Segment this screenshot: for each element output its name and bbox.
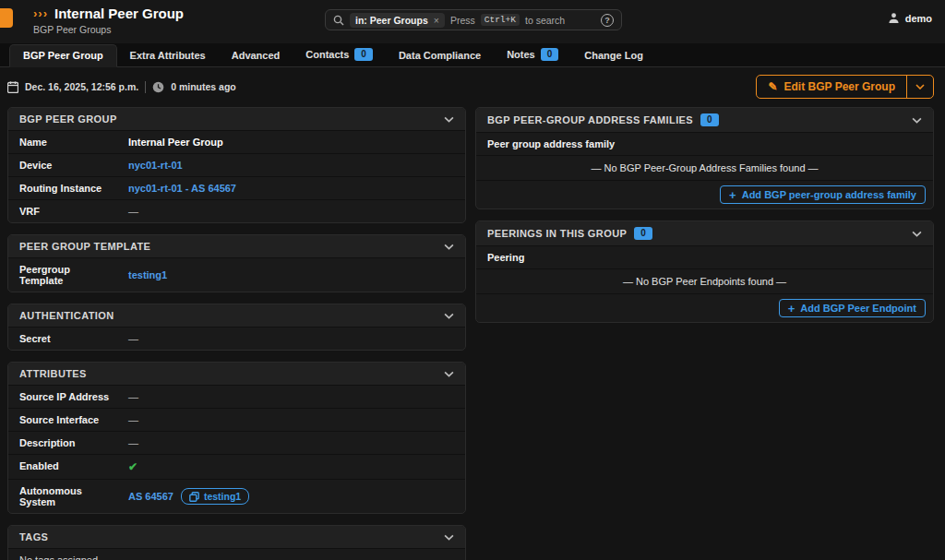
tab-notes[interactable]: Notes0 <box>494 43 571 66</box>
field-row-autonomous-system: Autonomous System AS 64567 testing1 <box>8 479 465 513</box>
empty-state-message: — No BGP Peer Endpoints found — <box>476 268 933 293</box>
as-badge-label: testing1 <box>204 491 241 502</box>
chevron-down-icon <box>915 84 925 89</box>
edit-dropdown-button[interactable] <box>907 76 933 98</box>
add-address-family-button[interactable]: + Add BGP peer-group address family <box>720 185 926 204</box>
add-peer-endpoint-button[interactable]: + Add BGP Peer Endpoint <box>779 299 926 317</box>
peerings-count-badge: 0 <box>634 227 652 240</box>
tab-contacts[interactable]: Contacts0 <box>293 43 386 66</box>
tab-advanced[interactable]: Advanced <box>219 45 293 66</box>
collapse-chevron-icon[interactable] <box>444 534 454 541</box>
left-column: BGP PEER GROUP Name Internal Peer Group … <box>7 107 466 560</box>
autonomous-system-link[interactable]: AS 64567 <box>128 491 173 502</box>
check-icon: ✔ <box>128 460 138 473</box>
tab-bgp-peer-group[interactable]: BGP Peer Group <box>9 44 117 67</box>
panel-bgp-peer-group: BGP PEER GROUP Name Internal Peer Group … <box>7 107 466 223</box>
collapse-chevron-icon[interactable] <box>912 231 922 237</box>
edit-bgp-peer-group-button[interactable]: ✎ Edit BGP Peer Group <box>757 76 907 98</box>
panel-peer-group-template: PEER GROUP TEMPLATE Peergroup Template t… <box>7 234 466 292</box>
panel-header: PEERINGS IN THIS GROUP 0 <box>476 221 933 245</box>
no-tags-message: No tags assigned <box>8 549 109 560</box>
clock-icon <box>152 81 164 93</box>
tags-empty-row: No tags assigned <box>8 548 465 560</box>
peergroup-template-link[interactable]: testing1 <box>128 269 167 280</box>
edit-button-group: ✎ Edit BGP Peer Group <box>756 75 934 99</box>
panel-peerings: PEERINGS IN THIS GROUP 0 Peering — No BG… <box>475 220 934 323</box>
divider <box>145 81 146 93</box>
panel-footer: + Add BGP Peer Endpoint <box>476 293 933 322</box>
search-hint-suffix: to search <box>525 15 565 26</box>
main-content: Dec. 16, 2025, 12:56 p.m. 0 minutes ago … <box>0 67 945 560</box>
field-row-routing-instance: Routing Instance nyc01-rt-01 - AS 64567 <box>8 176 465 199</box>
calendar-icon <box>7 81 18 93</box>
panel-header: TAGS <box>8 526 465 548</box>
page-title: Internal Peer Group <box>54 6 184 21</box>
empty-value: — <box>128 414 138 425</box>
device-link[interactable]: nyc01-rt-01 <box>128 160 183 171</box>
routing-instance-link[interactable]: nyc01-rt-01 - AS 64567 <box>128 183 236 194</box>
right-column: BGP PEER-GROUP ADDRESS FAMILIES 0 Peer g… <box>475 107 934 323</box>
contacts-count-badge: 0 <box>354 48 373 61</box>
address-families-count-badge: 0 <box>700 113 719 126</box>
edit-button-label: Edit BGP Peer Group <box>784 80 895 93</box>
panel-footer: + Add BGP peer-group address family <box>476 180 933 209</box>
tab-data-compliance[interactable]: Data Compliance <box>386 45 494 66</box>
add-address-family-label: Add BGP peer-group address family <box>742 189 916 200</box>
sidebar-toggle-button[interactable] <box>0 8 13 28</box>
collapse-chevron-icon[interactable] <box>444 371 454 377</box>
tab-change-log[interactable]: Change Log <box>571 45 656 66</box>
panel-address-families: BGP PEER-GROUP ADDRESS FAMILIES 0 Peer g… <box>475 107 934 209</box>
user-menu[interactable]: demo <box>888 12 932 24</box>
search-filter-chip-label: in: Peer Groups <box>355 15 428 26</box>
field-row-enabled: Enabled ✔ <box>8 454 465 479</box>
search-input[interactable]: in: Peer Groups × Press Ctrl+K to search… <box>325 9 622 30</box>
as-provider-badge[interactable]: testing1 <box>181 488 249 505</box>
copy-icon <box>189 492 199 502</box>
meta-row: Dec. 16, 2025, 12:56 p.m. 0 minutes ago … <box>7 75 934 99</box>
top-bar: ››› Internal Peer Group BGP Peer Groups … <box>0 0 945 43</box>
empty-value: — <box>128 437 138 448</box>
collapse-chevron-icon[interactable] <box>444 313 454 319</box>
panel-header: BGP PEER-GROUP ADDRESS FAMILIES 0 <box>476 108 933 132</box>
table-column-header: Peering <box>476 245 933 268</box>
username: demo <box>905 13 932 24</box>
panel-authentication: AUTHENTICATION Secret — <box>7 304 466 351</box>
search-filter-chip[interactable]: in: Peer Groups × <box>350 13 445 28</box>
search-hint-press: Press <box>450 15 475 26</box>
field-row-device: Device nyc01-rt-01 <box>8 153 465 176</box>
table-column-header: Peer group address family <box>476 132 933 155</box>
breadcrumb[interactable]: BGP Peer Groups <box>33 24 184 35</box>
breadcrumb-chevrons-icon: ››› <box>33 6 48 20</box>
panel-attributes: ATTRIBUTES Source IP Address — Source In… <box>7 362 466 514</box>
collapse-chevron-icon[interactable] <box>444 116 454 123</box>
field-row-vrf: VRF — <box>8 199 465 222</box>
panel-header: AUTHENTICATION <box>8 304 465 327</box>
tab-bar: BGP Peer Group Extra Attributes Advanced… <box>0 43 945 67</box>
close-icon[interactable]: × <box>434 15 439 26</box>
collapse-chevron-icon[interactable] <box>444 244 454 250</box>
empty-value: — <box>128 391 138 402</box>
empty-state-message: — No BGP Peer-Group Address Families fou… <box>476 155 933 180</box>
pencil-icon: ✎ <box>768 80 777 93</box>
field-row-source-interface: Source Interface — <box>8 408 465 431</box>
add-peer-endpoint-label: Add BGP Peer Endpoint <box>800 303 916 314</box>
panel-header: PEER GROUP TEMPLATE <box>8 235 465 257</box>
help-icon[interactable]: ? <box>601 14 614 27</box>
field-value: Internal Peer Group <box>128 137 223 148</box>
search-icon <box>333 15 344 26</box>
panel-header: BGP PEER GROUP <box>8 108 465 130</box>
field-row-source-ip: Source IP Address — <box>8 385 465 408</box>
title-block: ››› Internal Peer Group BGP Peer Groups <box>33 6 184 35</box>
field-row-description: Description — <box>8 431 465 454</box>
empty-value: — <box>128 206 138 217</box>
tab-extra-attributes[interactable]: Extra Attributes <box>117 45 219 66</box>
notes-count-badge: 0 <box>541 48 559 61</box>
plus-icon: + <box>788 304 795 314</box>
field-row-secret: Secret — <box>8 327 465 350</box>
field-row-name: Name Internal Peer Group <box>8 130 465 153</box>
field-row-peergroup-template: Peergroup Template testing1 <box>8 257 465 292</box>
panel-tags: TAGS No tags assigned <box>7 525 466 560</box>
empty-value: — <box>128 333 138 344</box>
collapse-chevron-icon[interactable] <box>912 117 922 124</box>
panel-header: ATTRIBUTES <box>8 363 465 385</box>
